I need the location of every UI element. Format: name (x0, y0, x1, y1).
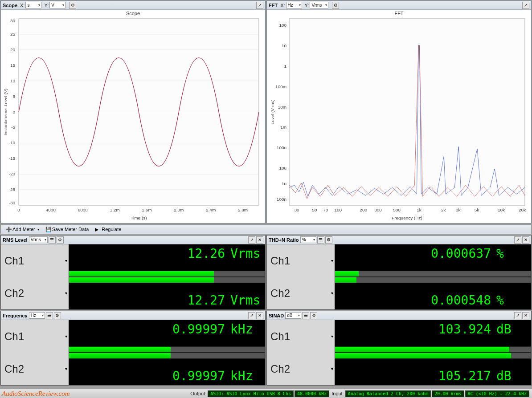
svg-text:2.4m: 2.4m (206, 207, 216, 212)
meter-toolbar: ➕Add Meter▾ 💾Save Meter Data ▶Regulate (0, 224, 532, 234)
popout-icon[interactable]: ↗ (248, 312, 255, 319)
fft-x-unit[interactable]: Hz (286, 2, 302, 8)
popout-icon[interactable]: ↗ (256, 2, 263, 9)
play-icon: ▶ (95, 227, 100, 232)
popout-icon[interactable]: ↗ (514, 236, 521, 244)
svg-text:100: 100 (334, 207, 342, 212)
svg-text:400u: 400u (46, 207, 56, 212)
plus-icon: ➕ (6, 227, 11, 232)
svg-text:1: 1 (284, 64, 286, 69)
svg-text:300: 300 (374, 207, 382, 212)
svg-text:25: 25 (10, 32, 16, 37)
svg-text:10m: 10m (278, 105, 286, 110)
svg-text:1m: 1m (280, 125, 286, 130)
svg-text:15: 15 (10, 63, 16, 68)
svg-text:-5: -5 (11, 125, 15, 130)
svg-text:-25: -25 (9, 187, 16, 192)
gear-icon[interactable]: ⚙ (69, 2, 76, 9)
regulate-button[interactable]: ▶Regulate (92, 226, 124, 233)
svg-text:20k: 20k (519, 207, 526, 212)
svg-text:100n: 100n (277, 197, 286, 202)
svg-text:-30: -30 (9, 200, 16, 205)
svg-text:-15: -15 (9, 156, 16, 161)
svg-text:30: 30 (294, 207, 299, 212)
svg-text:Time (s): Time (s) (131, 215, 147, 220)
fft-header: FFT X:Hz Y:Vrms ⚙ ↗ (267, 1, 531, 10)
popout-icon[interactable]: ↗ (522, 2, 529, 9)
scope-header: Scope X:s Y:V ⚙ ↗ (1, 1, 265, 10)
svg-text:10: 10 (282, 43, 287, 48)
svg-text:50: 50 (312, 207, 317, 212)
svg-text:5k: 5k (475, 207, 479, 212)
rms-ch1-bar (69, 271, 214, 276)
svg-text:70: 70 (323, 207, 328, 212)
svg-text:200: 200 (360, 207, 367, 212)
svg-text:0: 0 (17, 207, 20, 212)
rms-unit-select[interactable]: Vrms (29, 236, 48, 243)
fft-panel: FFT X:Hz Y:Vrms ⚙ ↗ FFT 10010 1100m 10m1… (266, 0, 532, 223)
svg-rect-31 (289, 19, 525, 205)
svg-text:100u: 100u (277, 145, 286, 150)
fft-y-unit[interactable]: Vrms (310, 2, 328, 8)
filter-icon[interactable]: ☰ (317, 236, 324, 244)
svg-text:-20: -20 (9, 171, 16, 176)
svg-text:10u: 10u (279, 166, 286, 171)
freq-unit-select[interactable]: Hz (29, 312, 45, 319)
filter-icon[interactable]: ☰ (302, 312, 309, 319)
input-filter[interactable]: AC (<10 Hz) - 22.4 kHz (465, 390, 529, 397)
svg-text:3k: 3k (456, 207, 461, 212)
svg-text:1u: 1u (282, 181, 286, 186)
gear-icon[interactable]: ⚙ (325, 236, 332, 244)
thdn-meter: THD+N Ratio % ☰ ⚙ ↗ ✕ Ch1▾ 0.000637% Ch2… (266, 235, 532, 310)
svg-text:20: 20 (10, 47, 16, 52)
scope-title: Scope (3, 3, 17, 8)
scope-y-unit[interactable]: V (49, 2, 65, 8)
svg-text:2k: 2k (441, 207, 446, 212)
svg-text:1.6m: 1.6m (142, 207, 151, 212)
rms-ch1-row: Ch1▾ 12.26Vrms (1, 244, 265, 277)
popout-icon[interactable]: ↗ (248, 236, 255, 244)
gear-icon[interactable]: ⚙ (310, 312, 317, 319)
chevron-down-icon[interactable]: ▾ (63, 277, 69, 309)
svg-text:30: 30 (10, 18, 16, 23)
svg-text:500: 500 (393, 207, 401, 212)
scope-x-unit[interactable]: s (25, 2, 41, 8)
chevron-down-icon[interactable]: ▾ (63, 244, 69, 277)
svg-text:0: 0 (13, 110, 16, 114)
svg-text:100: 100 (279, 23, 286, 28)
status-bar: AudioScienceReview.com Output: ASIO: ASI… (0, 389, 532, 398)
scope-panel: Scope X:s Y:V ⚙ ↗ Scope Lynx Hilo Dashbo… (0, 0, 266, 223)
save-icon: 💾 (45, 227, 51, 232)
close-icon[interactable]: ✕ (256, 312, 263, 319)
input-level[interactable]: 20.00 Vrms (432, 390, 464, 397)
close-icon[interactable]: ✕ (522, 236, 529, 244)
filter-icon[interactable]: ☰ (49, 236, 56, 244)
scope-chart[interactable]: Scope Lynx Hilo Dashboard 0 510 1520 253… (1, 10, 265, 223)
svg-text:1k: 1k (417, 207, 422, 212)
gear-icon[interactable]: ⚙ (54, 312, 61, 319)
thdn-unit-select[interactable]: % (300, 236, 316, 243)
svg-text:100m: 100m (275, 84, 286, 89)
svg-text:2.8m: 2.8m (238, 207, 248, 212)
add-meter-button[interactable]: ➕Add Meter▾ (3, 226, 42, 233)
gear-icon[interactable]: ⚙ (332, 2, 339, 9)
fft-chart[interactable]: FFT 10010 1100m 10m1m 100u10u 1u100n 305… (267, 10, 531, 223)
gear-icon[interactable]: ⚙ (57, 236, 64, 244)
output-rate[interactable]: 48.0000 kHz (295, 390, 329, 397)
fft-title: FFT (269, 3, 278, 8)
input-device[interactable]: Analog Balanced 2 Ch, 200 kohm (345, 390, 431, 397)
filter-icon[interactable]: ☰ (46, 312, 53, 319)
svg-text:1.2m: 1.2m (110, 207, 119, 212)
close-icon[interactable]: ✕ (256, 236, 263, 244)
svg-text:2.0m: 2.0m (174, 207, 184, 212)
popout-icon[interactable]: ↗ (514, 312, 521, 319)
freq-meter: Frequency Hz ☰ ⚙ ↗ ✕ Ch1▾ 0.99997kHz Ch2… (0, 311, 266, 386)
output-device[interactable]: ASIO: ASIO Lynx Hilo USB 8 Chs (208, 390, 294, 397)
save-meter-button[interactable]: 💾Save Meter Data (42, 226, 92, 233)
sinad-unit-select[interactable]: dB (285, 312, 301, 319)
svg-text:10k: 10k (498, 207, 505, 212)
svg-text:800u: 800u (78, 207, 88, 212)
close-icon[interactable]: ✕ (522, 312, 529, 319)
svg-text:5: 5 (13, 94, 16, 99)
svg-text:Frequency (Hz): Frequency (Hz) (392, 215, 422, 220)
